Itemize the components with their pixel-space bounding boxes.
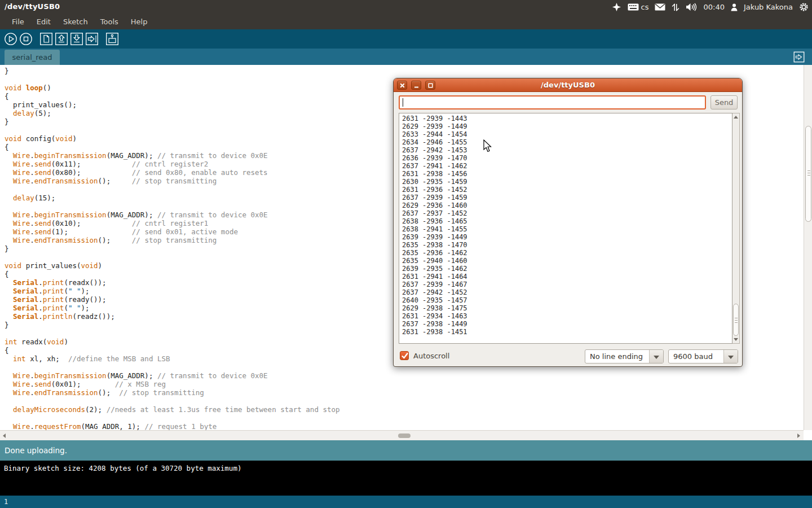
console-text: Binary sketch size: 4208 bytes (of a 307… [4,464,241,472]
open-button[interactable] [54,32,69,46]
serial-line: 2629 -2938 -1475 [402,304,732,312]
serial-line: 2631 -2934 -1463 [402,312,732,320]
session-gear-icon[interactable] [799,2,809,12]
serial-monitor-window: /dev/ttyUSB0 Send 2631 -2939 -14432629 -… [393,78,743,367]
serial-line: 2637 -2942 -1453 [402,146,732,154]
username-label[interactable]: Jakub Kakona [744,3,793,11]
text-caret [403,98,403,107]
horizontal-scroll-thumb[interactable] [398,433,411,438]
serial-monitor-button[interactable] [105,32,120,46]
code-line: Wire.beginTransmission(MAG_ADDR); // tra… [5,371,804,380]
tab-menu-button[interactable] [793,51,805,63]
baud-rate-value: 9600 baud [669,350,723,363]
serial-line: 2635 -2938 -1470 [402,241,732,249]
scroll-down-arrow-icon[interactable] [734,338,738,341]
window-title: /dev/ttyUSB0 [5,2,60,11]
line-ending-value: No line ending [585,350,649,363]
code-line: Wire.send(0x01); // x MSB reg [5,380,804,388]
line-number-indicator: 1 [4,498,8,506]
serial-line: 2637 -2939 -1467 [402,281,732,288]
sync-arrows-icon[interactable] [672,3,679,12]
dropdown-arrow-icon[interactable] [723,350,738,363]
upload-button[interactable] [85,32,99,46]
menu-sketch[interactable]: Sketch [57,15,94,29]
titlebar: /dev/ttyUSB0 cs 00:40 Jakub Kakona [0,0,812,14]
keyboard-layout-icon[interactable]: cs [628,3,649,11]
indicator-star-icon[interactable] [612,2,621,12]
vertical-scroll-thumb[interactable] [805,126,811,222]
line-ending-dropdown[interactable]: No line ending [585,349,664,364]
serial-lines: 2631 -2939 -14432629 -2939 -14492633 -29… [399,113,732,336]
serial-line: 2631 -2938 -1451 [402,328,732,336]
tabbar: serial_read [0,49,812,65]
serial-line: 2631 -2936 -1452 [402,186,732,194]
verify-button[interactable] [3,32,18,46]
tab-label: serial_read [12,53,52,62]
scroll-up-arrow-icon[interactable] [734,116,738,119]
serial-line: 2631 -2939 -1443 [402,115,732,122]
new-sketch-button[interactable] [39,32,54,46]
autoscroll-checkbox[interactable] [400,351,409,360]
keyboard-layout-label[interactable]: cs [641,3,649,11]
tab-serial-read[interactable]: serial_read [5,50,60,65]
serial-line: 2637 -2939 -1459 [402,194,732,202]
serial-line: 2629 -2939 -1449 [402,122,732,130]
menu-file[interactable]: File [6,15,30,29]
scroll-left-arrow-icon[interactable] [3,433,6,438]
editor-horizontal-scrollbar[interactable] [0,430,804,440]
code-line: Wire.endTransmission(); // stop transmit… [5,388,804,397]
menubar: FileEditSketchToolsHelp [0,14,812,29]
serial-line: 2637 -2937 -1452 [402,209,732,217]
serial-scroll-thumb[interactable] [733,304,739,336]
footer-bar: 1 [0,496,812,508]
serial-scrollbar[interactable] [732,113,740,344]
volume-icon[interactable] [686,3,697,11]
serial-line: 2637 -2942 -1452 [402,288,732,296]
scroll-right-arrow-icon[interactable] [797,433,800,438]
serial-output-area[interactable]: 2631 -2939 -14432629 -2939 -14492633 -29… [399,113,732,344]
serial-line: 2637 -2941 -1462 [402,162,732,170]
serial-line: 2631 -2941 -1464 [402,273,732,281]
clock[interactable]: 00:40 [703,3,724,11]
console-output: Binary sketch size: 4208 bytes (of a 307… [0,461,812,496]
serial-line: 2638 -2941 -1455 [402,225,732,233]
serial-line: 2639 -2939 -1449 [402,233,732,241]
serial-line: 2635 -2936 -1462 [402,249,732,257]
menu-tools[interactable]: Tools [94,15,125,29]
menu-help[interactable]: Help [125,15,154,29]
toolbar [0,29,812,49]
mouse-cursor [483,139,492,155]
status-message: Done uploading. [5,446,67,455]
code-line [5,397,804,405]
code-line: delayMicroseconds(2); //needs at least 1… [5,405,804,414]
autoscroll-label[interactable]: Autoscroll [413,352,449,360]
serial-line: 2636 -2939 -1470 [402,154,732,162]
serial-line: 2629 -2936 -1460 [402,202,732,209]
send-button[interactable]: Send [710,95,738,110]
stop-button[interactable] [19,32,33,46]
code-line: Wire.requestFrom(MAG_ADDR, 1); // reques… [5,422,804,430]
serial-line: 2640 -2935 -1457 [402,296,732,304]
serial-line: 2633 -2944 -1454 [402,130,732,138]
serial-line: 2638 -2936 -1465 [402,217,732,225]
serial-line: 2634 -2946 -1455 [402,138,732,146]
serial-input-field[interactable] [399,95,706,110]
serial-line: 2635 -2940 -1460 [402,257,732,265]
baud-rate-dropdown[interactable]: 9600 baud [668,349,738,364]
dropdown-arrow-icon[interactable] [649,350,663,363]
serial-monitor-title: /dev/ttyUSB0 [394,81,742,89]
menu-edit[interactable]: Edit [30,15,57,29]
serial-line: 2637 -2938 -1449 [402,320,732,328]
serial-monitor-titlebar[interactable]: /dev/ttyUSB0 [394,78,742,92]
user-icon [731,3,738,11]
serial-line: 2630 -2935 -1459 [402,178,732,186]
code-line: } [5,67,804,75]
mail-icon[interactable] [655,3,665,11]
code-line [5,414,804,422]
serial-line: 2639 -2935 -1462 [402,265,732,273]
serial-line: 2631 -2938 -1456 [402,170,732,178]
editor-vertical-scrollbar[interactable] [804,65,812,430]
status-bar: Done uploading. [0,440,812,461]
system-tray: cs 00:40 Jakub Kakona [612,0,809,14]
save-button[interactable] [69,32,84,46]
